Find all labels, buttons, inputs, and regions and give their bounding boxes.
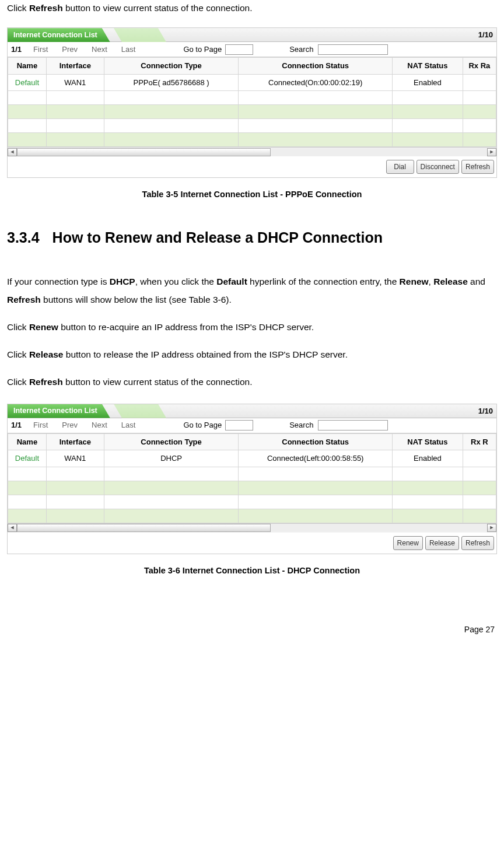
intro-suffix: button to view current status of the con… (63, 3, 253, 13)
scroll-right-icon[interactable]: ► (487, 148, 496, 156)
section-title: How to Renew and Release a DHCP Connecti… (52, 229, 383, 246)
scroll-thumb[interactable] (17, 524, 271, 532)
refresh-button[interactable]: Refresh (461, 160, 494, 174)
th-conn-type: Connection Type (104, 433, 239, 450)
panel-header: Internet Connection List 1/10 (8, 404, 496, 418)
connection-list-panel-pppoe: Internet Connection List 1/10 1/1 First … (7, 27, 497, 178)
list-toolbar: 1/1 First Prev Next Last Go to Page Sear… (8, 418, 496, 433)
record-counter: 1/10 (478, 405, 493, 417)
goto-label: Go to Page (183, 44, 222, 55)
row-rx (463, 450, 496, 467)
last-link[interactable]: Last (121, 419, 136, 431)
row-status: Connected(On:00:00:02:19) (239, 74, 393, 91)
row-nat: Enabled (393, 450, 463, 467)
row-name-link[interactable]: Default (8, 450, 47, 467)
goto-page-input[interactable] (225, 44, 253, 55)
horizontal-scrollbar[interactable]: ◄ ► (8, 523, 496, 533)
prev-link[interactable]: Prev (62, 419, 78, 431)
row-interface: WAN1 (46, 74, 104, 91)
scroll-left-icon[interactable]: ◄ (8, 524, 17, 532)
table-row: Default WAN1 DHCP Connected(Left:00:00:5… (8, 450, 496, 467)
th-nat-status: NAT Status (393, 58, 463, 75)
last-link[interactable]: Last (121, 44, 136, 55)
release-button[interactable]: Release (425, 536, 459, 550)
renew-button[interactable]: Renew (393, 536, 423, 550)
th-rx: Rx Ra (463, 58, 496, 75)
section-number: 3.3.4 (7, 227, 40, 249)
th-rx: Rx R (463, 433, 496, 450)
goto-page-input[interactable] (225, 420, 253, 430)
record-counter: 1/10 (478, 29, 493, 41)
scroll-left-icon[interactable]: ◄ (8, 148, 17, 156)
first-link[interactable]: First (33, 44, 48, 55)
connection-table: Name Interface Connection Type Connectio… (8, 433, 496, 523)
next-link[interactable]: Next (92, 44, 107, 55)
table-caption-3-6: Table 3-6 Internet Connection List - DHC… (7, 565, 497, 578)
intro-prefix: Click (7, 3, 29, 13)
search-label: Search (289, 419, 313, 431)
panel-title-tail (114, 28, 166, 42)
th-name: Name (8, 433, 47, 450)
paragraph-1: If your connection type is DHCP, when yo… (7, 272, 497, 309)
row-status: Connected(Left:00:00:58:55) (239, 450, 393, 467)
row-type: DHCP (104, 450, 239, 467)
horizontal-scrollbar[interactable]: ◄ ► (8, 147, 496, 156)
goto-label: Go to Page (183, 419, 222, 431)
panel-header: Internet Connection List 1/10 (8, 28, 496, 42)
table-row (8, 495, 496, 509)
table-row (8, 133, 496, 147)
section-heading: 3.3.4How to Renew and Release a DHCP Con… (7, 227, 497, 249)
panel-title-tab: Internet Connection List (8, 28, 110, 42)
th-interface: Interface (46, 433, 104, 450)
page-number: Page 27 (7, 624, 497, 636)
scroll-track[interactable] (17, 524, 487, 532)
scroll-track[interactable] (17, 148, 487, 156)
row-interface: WAN1 (46, 450, 104, 467)
search-label: Search (289, 44, 313, 55)
table-row (8, 119, 496, 133)
intro-bold: Refresh (29, 3, 63, 13)
dial-button[interactable]: Dial (386, 160, 414, 174)
page-indicator: 1/1 (11, 419, 22, 431)
paragraph-3: Click Release button to release the IP a… (7, 345, 497, 363)
page-indicator: 1/1 (11, 44, 22, 55)
table-row (8, 481, 496, 495)
scroll-thumb[interactable] (17, 148, 271, 156)
search-input[interactable] (318, 420, 388, 430)
paragraph-2: Click Renew button to re-acquire an IP a… (7, 318, 497, 336)
connection-list-panel-dhcp: Internet Connection List 1/10 1/1 First … (7, 404, 497, 554)
paragraph-4: Click Refresh button to view current sta… (7, 373, 497, 391)
row-nat: Enabled (393, 74, 463, 91)
panel-title-tail (114, 404, 166, 418)
first-link[interactable]: First (33, 419, 48, 431)
search-input[interactable] (318, 44, 388, 55)
prev-link[interactable]: Prev (62, 44, 78, 55)
table-row (8, 509, 496, 523)
row-rx (463, 74, 496, 91)
panel-title-tab: Internet Connection List (8, 404, 110, 418)
th-conn-status: Connection Status (239, 433, 393, 450)
action-button-row: Dial Disconnect Refresh (8, 156, 496, 177)
table-row (8, 91, 496, 105)
table-row: Default WAN1 PPPoE( ad56786688 ) Connect… (8, 74, 496, 91)
th-name: Name (8, 58, 47, 75)
disconnect-button[interactable]: Disconnect (416, 160, 459, 174)
action-button-row: Renew Release Refresh (8, 533, 496, 554)
th-interface: Interface (46, 58, 104, 75)
list-toolbar: 1/1 First Prev Next Last Go to Page Sear… (8, 42, 496, 57)
row-type: PPPoE( ad56786688 ) (104, 74, 239, 91)
table-row (8, 105, 496, 119)
table-caption-3-5: Table 3-5 Internet Connection List - PPP… (7, 188, 497, 201)
connection-table: Name Interface Connection Type Connectio… (8, 57, 496, 147)
scroll-right-icon[interactable]: ► (487, 524, 496, 532)
row-name-link[interactable]: Default (8, 74, 47, 91)
th-conn-status: Connection Status (239, 58, 393, 75)
th-conn-type: Connection Type (104, 58, 239, 75)
intro-text: Click Refresh button to view current sta… (7, 1, 497, 15)
table-header-row: Name Interface Connection Type Connectio… (8, 433, 496, 450)
table-row (8, 467, 496, 481)
refresh-button[interactable]: Refresh (461, 536, 494, 550)
table-header-row: Name Interface Connection Type Connectio… (8, 58, 496, 75)
th-nat-status: NAT Status (393, 433, 463, 450)
next-link[interactable]: Next (92, 419, 107, 431)
